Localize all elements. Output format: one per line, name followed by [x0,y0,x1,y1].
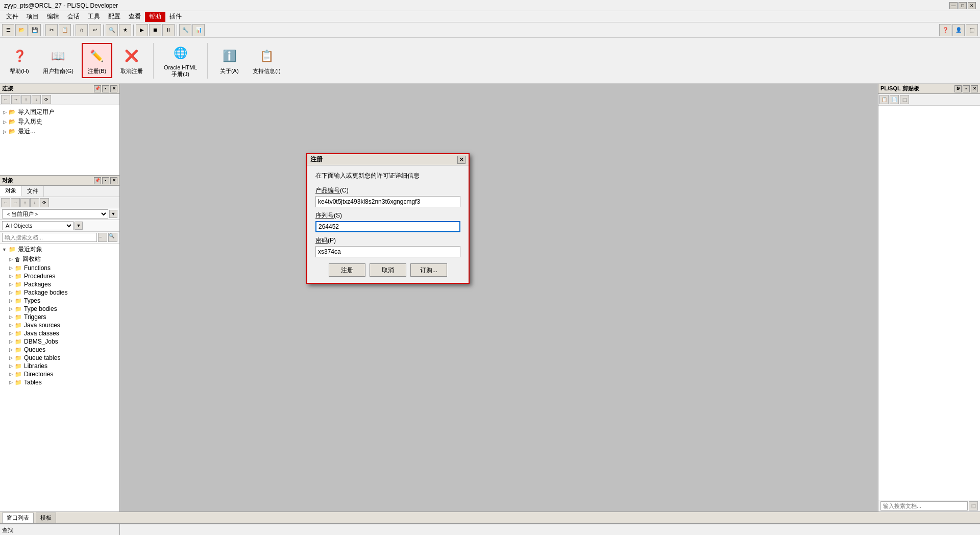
tb-stop[interactable]: ⏹ [149,24,161,36]
tb-open[interactable]: 📂 [15,24,28,36]
tb-tools[interactable]: 🔧 [179,24,191,36]
modal-buy-btn[interactable]: 订购... [410,263,447,277]
tree-types[interactable]: ▷ 📁 Types [1,297,118,305]
tree-java-sources[interactable]: ▷ 📁 Java sources [1,321,118,329]
conn-add-btn[interactable]: ← [1,95,10,104]
modal-cancel-btn[interactable]: 取消 [370,263,406,277]
password-input[interactable] [315,246,460,257]
tb-paste[interactable]: 📋 [59,24,71,36]
tb-run[interactable]: ▶ [136,24,148,36]
tb-cut[interactable]: ✂ [45,24,58,36]
tb-help[interactable]: ❓ [939,24,951,36]
tree-functions[interactable]: ▷ 📁 Functions [1,264,118,272]
oracle-html-button[interactable]: 🌐 Oracle HTML手册(J) [160,41,201,80]
user-guide-button[interactable]: 📖 用户指南(G) [39,44,78,77]
tables-arrow: ▷ [9,380,13,385]
clipboard-expand-btn[interactable]: ⬚ [900,95,909,104]
owner-select[interactable]: ＜当前用户＞ [2,209,108,218]
menu-tools[interactable]: 工具 [84,12,104,22]
conn-back-btn[interactable]: → [11,95,20,104]
objects-panel-min[interactable]: ▪ [102,177,109,184]
win-tab-list[interactable]: 窗口列表 [2,513,34,523]
tree-package-bodies[interactable]: ▷ 📁 Package bodies [1,288,118,297]
tree-type-bodies[interactable]: ▷ 📁 Type bodies [1,305,118,313]
clipboard-search-expand-btn[interactable]: ⬚ [969,501,978,510]
clipboard-copy-btn[interactable]: 📋 [879,95,889,104]
connection-panel-min[interactable]: ▪ [102,85,109,92]
tb-save[interactable]: 💾 [29,24,41,36]
objects-search-btn[interactable]: ... [98,233,107,242]
clipboard-pin-btn[interactable]: ↁ [954,85,962,92]
tb-new[interactable]: ☰ [2,24,14,36]
conn-import-history[interactable]: ▷ 📂 导入历史 [2,117,117,127]
conn-import-fixed[interactable]: ▷ 📂 导入固定用户 [2,107,117,117]
menu-view[interactable]: 查看 [125,12,145,22]
type-dropdown-btn[interactable]: ▼ [75,222,83,230]
close-btn[interactable]: ✕ [968,2,976,9]
tb-redo[interactable]: ↩ [89,24,101,36]
menu-edit[interactable]: 编辑 [43,12,63,22]
conn-down-btn[interactable]: ↓ [32,95,41,104]
win-tab-template[interactable]: 模板 [36,513,56,523]
owner-dropdown-btn[interactable]: ▼ [109,210,117,218]
tree-recycle[interactable]: ▷ 🗑 回收站 [1,254,118,264]
obj-refresh-btn[interactable]: ⟳ [40,198,49,207]
clipboard-paste-btn[interactable]: 📄 [890,95,899,104]
maximize-btn[interactable]: □ [959,2,967,9]
obj-down-btn[interactable]: ↓ [30,198,39,207]
tree-procedures[interactable]: ▷ 📁 Procedures [1,272,118,280]
objects-search-input[interactable] [2,233,97,242]
tb-chart[interactable]: 📊 [192,24,205,36]
menu-plugin[interactable]: 插件 [165,12,186,22]
register-button[interactable]: ✏️ 注册(B) [82,43,112,78]
clipboard-search-input[interactable] [880,501,968,510]
tb-user[interactable]: 👤 [952,24,965,36]
tree-recent-objects[interactable]: ▼ 📁 最近对象 [1,245,118,254]
tree-packages[interactable]: ▷ 📁 Packages [1,280,118,288]
obj-forward-btn[interactable]: → [11,198,20,207]
tb-search[interactable]: 🔍 [106,24,118,36]
product-code-input[interactable] [315,196,460,207]
tb-pause[interactable]: ⏸ [162,24,175,36]
objects-search-icon[interactable]: 🔍 [108,233,117,242]
obj-back-btn[interactable]: ← [1,198,10,207]
about-button[interactable]: ℹ️ 关于(A) [214,44,244,77]
conn-recent[interactable]: ▷ 📂 最近... [2,127,117,136]
minimize-btn[interactable]: — [949,2,958,9]
tree-triggers[interactable]: ▷ 📁 Triggers [1,313,118,321]
serial-input[interactable] [315,221,460,232]
tb-logout[interactable]: ⬚ [966,24,978,36]
tree-directories[interactable]: ▷ 📁 Directories [1,370,118,378]
objects-panel-pin[interactable]: 📌 [94,177,101,184]
support-button[interactable]: 📋 支持信息(I) [249,44,284,77]
tab-files[interactable]: 文件 [22,186,44,197]
menu-config[interactable]: 配置 [104,12,125,22]
objects-panel-close[interactable]: ✕ [110,177,117,184]
type-select[interactable]: All Objects [2,221,74,230]
help-button[interactable]: ❓ 帮助(H) [4,44,35,77]
tb-star[interactable]: ★ [119,24,131,36]
clipboard-min-btn[interactable]: ▪ [963,85,970,92]
obj-up-btn[interactable]: ↑ [20,198,30,207]
conn-refresh-btn[interactable]: ⟳ [42,95,51,104]
menu-project[interactable]: 项目 [22,12,43,22]
tab-objects[interactable]: 对象 [0,186,22,197]
java-sources-icon: 📁 [15,322,22,329]
cancel-register-button[interactable]: ❌ 取消注册 [116,44,147,77]
tree-dbms-jobs[interactable]: ▷ 📁 DBMS_Jobs [1,337,118,346]
tree-queues[interactable]: ▷ 📁 Queues [1,346,118,354]
connection-panel-close[interactable]: ✕ [110,85,117,92]
tree-java-classes[interactable]: ▷ 📁 Java classes [1,329,118,337]
modal-register-btn[interactable]: 注册 [329,263,365,277]
connection-panel-pin[interactable]: 📌 [94,85,101,92]
clipboard-close-btn[interactable]: ✕ [971,85,978,92]
conn-up-btn[interactable]: ↑ [21,95,31,104]
tb-undo[interactable]: ⎌ [76,24,88,36]
tree-tables[interactable]: ▷ 📁 Tables [1,378,118,386]
modal-close-btn[interactable]: ✕ [457,156,465,164]
tree-libraries[interactable]: ▷ 📁 Libraries [1,362,118,370]
tree-queue-tables[interactable]: ▷ 📁 Queue tables [1,354,118,362]
menu-session[interactable]: 会话 [63,12,84,22]
menu-file[interactable]: 文件 [2,12,22,22]
menu-help[interactable]: 帮助 [145,12,165,22]
